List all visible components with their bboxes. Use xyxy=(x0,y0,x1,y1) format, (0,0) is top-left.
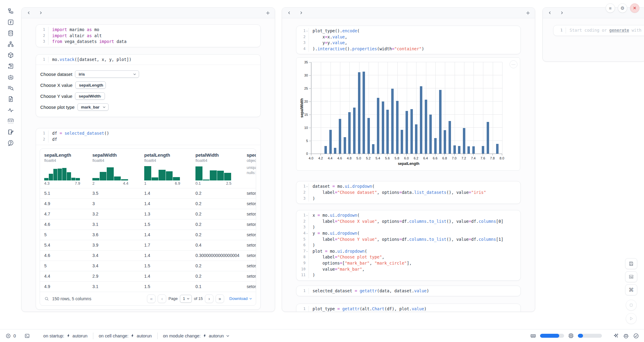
chart-bar[interactable] xyxy=(463,128,465,154)
table-row[interactable]: 53.41.50.2setosa xyxy=(40,261,256,271)
chart-plot-area[interactable] xyxy=(311,62,502,154)
chart-bar[interactable] xyxy=(372,144,374,154)
help-icon[interactable] xyxy=(7,140,14,146)
chart-bar[interactable] xyxy=(348,112,351,154)
next-page-button[interactable]: › xyxy=(205,294,213,303)
chart-bar[interactable] xyxy=(363,72,365,154)
chart-bar[interactable] xyxy=(382,102,384,154)
stop-button[interactable] xyxy=(626,300,637,311)
scratchpad-cell[interactable]: 1 Start coding or generate with xyxy=(553,25,644,36)
code-line[interactable]: 1plot_type().encode( xyxy=(296,28,521,34)
chart-bar[interactable] xyxy=(410,109,413,154)
settings-gear-icon[interactable]: ⚙ xyxy=(618,3,627,13)
chart-bar[interactable] xyxy=(391,89,394,154)
save-button[interactable] xyxy=(625,258,637,269)
document-icon[interactable] xyxy=(7,96,14,102)
generate-link[interactable]: generate xyxy=(609,28,629,33)
table-row[interactable]: 5.13.51.40.2setosa xyxy=(40,188,256,198)
chevron-right-icon[interactable] xyxy=(39,11,43,15)
code-line[interactable]: 1selected_dataset = getattr(data, datase… xyxy=(296,288,521,294)
chart-bar[interactable] xyxy=(406,111,408,154)
first-page-button[interactable]: « xyxy=(147,294,156,303)
chart-options-icon[interactable]: ⋯ xyxy=(510,60,517,68)
chart-bar[interactable] xyxy=(482,146,484,154)
chart-bar[interactable] xyxy=(439,90,442,154)
dropdown-select[interactable]: sepalWidth xyxy=(75,92,105,100)
keyboard-shortcuts-button[interactable]: ⌘ xyxy=(625,284,637,295)
code-line[interactable]: 1plot_type = getattr(alt.Chart(df), plot… xyxy=(296,306,521,312)
code-line[interactable]: 3) xyxy=(296,224,521,230)
chart-bar[interactable] xyxy=(339,119,341,154)
code-line[interactable]: 1x = mo.ui.dropdown( xyxy=(296,212,521,219)
code-line[interactable]: 4y = mo.ui.dropdown( xyxy=(296,230,521,237)
code-line[interactable]: 5 label="Choose Y value", options=df.col… xyxy=(296,237,521,243)
chart-bar[interactable] xyxy=(458,146,460,154)
code-line[interactable]: 8 label="Choose plot type", xyxy=(296,254,521,260)
chart-bar[interactable] xyxy=(434,138,437,154)
search-list-icon[interactable] xyxy=(7,85,14,91)
chart-bar[interactable] xyxy=(367,118,370,154)
code-line[interactable]: 3from vega_datasets import data xyxy=(36,39,260,45)
code-line[interactable]: 11) xyxy=(296,272,521,278)
run-button[interactable] xyxy=(626,313,637,324)
scratchpad-placeholder[interactable]: Start coding or generate with xyxy=(566,27,642,34)
notebook-edit-icon[interactable] xyxy=(7,129,14,135)
file-tree-icon[interactable] xyxy=(7,8,14,15)
code-line[interactable]: 7plot = mo.ui.dropdown( xyxy=(296,248,521,255)
add-cell-icon[interactable] xyxy=(266,11,270,15)
table-row[interactable]: 4.931.40.2setosa xyxy=(40,198,256,209)
column-header[interactable]: speciesobjectuniquenulls: xyxy=(247,152,256,186)
table-row[interactable]: 4.63.11.50.2setosa xyxy=(40,219,256,230)
code-line[interactable]: 2 label="Choose X value", options=df.col… xyxy=(296,219,521,225)
cell-plot-type[interactable]: 1plot_type = getattr(alt.Chart(df), plot… xyxy=(296,304,521,312)
chevron-left-icon[interactable] xyxy=(287,11,291,15)
chart-bar[interactable] xyxy=(453,145,456,154)
function-icon[interactable] xyxy=(7,19,14,26)
chart-bar[interactable] xyxy=(487,122,489,154)
terminal-icon[interactable] xyxy=(24,333,30,339)
code-line[interactable]: 4).interactive().properties(width="conta… xyxy=(296,46,521,52)
chat-bot-icon[interactable] xyxy=(7,74,14,80)
database-icon[interactable] xyxy=(7,30,14,37)
column-header[interactable]: petalWidthfloat640.12.5 xyxy=(195,152,247,186)
ai-sparkles-icon[interactable] xyxy=(613,333,619,339)
prev-page-button[interactable]: ‹ xyxy=(158,294,166,303)
chart-bar[interactable] xyxy=(449,121,451,154)
code-line[interactable]: 2 x=x.value, xyxy=(296,34,521,40)
cell-plot[interactable]: 1plot_type().encode(2 x=x.value,3 y=y.va… xyxy=(296,26,521,54)
column-header[interactable]: sepalWidthfloat6424.4 xyxy=(92,152,144,186)
code-line[interactable]: 6) xyxy=(296,242,521,248)
code-line[interactable]: 1import marimo as mo xyxy=(36,27,260,33)
add-cell-icon[interactable] xyxy=(526,11,530,15)
package-icon[interactable] xyxy=(7,52,14,59)
table-row[interactable]: 53.61.40.2setosa xyxy=(40,230,256,240)
altair-chart[interactable]: 4.04.24.44.64.85.05.25.45.65.86.06.26.46… xyxy=(296,57,520,171)
search-icon[interactable] xyxy=(44,296,49,301)
script-icon[interactable] xyxy=(7,63,14,69)
code-line[interactable]: 1df = selected_dataset() xyxy=(36,130,260,137)
assistant-robot-icon[interactable] xyxy=(623,333,629,339)
chart-bar[interactable] xyxy=(467,146,470,154)
chart-bar[interactable] xyxy=(386,110,389,154)
cell-xy-dropdowns[interactable]: 1x = mo.ui.dropdown(2 label="Choose X va… xyxy=(296,210,521,281)
menu-icon[interactable]: ≡ xyxy=(606,3,615,13)
chart-bar[interactable] xyxy=(496,144,499,154)
chart-bar[interactable] xyxy=(420,86,422,154)
chart-bar[interactable] xyxy=(425,100,427,154)
chart-bar[interactable] xyxy=(429,115,432,154)
activity-icon[interactable] xyxy=(7,107,14,113)
cell-selected-dataset[interactable]: 1selected_dataset = getattr(data, datase… xyxy=(296,286,521,297)
autorun-mode-toggle[interactable]: on startup:autorun xyxy=(43,333,88,338)
chart-bar[interactable] xyxy=(401,130,403,154)
column-header[interactable]: petalLengthfloat6416.9 xyxy=(144,152,195,186)
cell-vstack[interactable]: 1mo.vstack([dataset, x, y, plot]) Choose… xyxy=(36,54,261,117)
code-line[interactable]: 1dataset = mo.ui.dropdown( xyxy=(296,183,521,190)
connection-status-icon[interactable] xyxy=(633,333,639,339)
chart-bar[interactable] xyxy=(415,124,417,154)
dropdown-select[interactable]: sepalLength xyxy=(75,81,106,89)
chevron-left-icon[interactable] xyxy=(27,11,31,15)
chevron-right-icon[interactable] xyxy=(560,11,564,15)
chart-bar[interactable] xyxy=(377,98,379,154)
table-row[interactable]: 4.42.91.40.2setosa xyxy=(40,271,256,281)
chart-bar[interactable] xyxy=(472,146,475,154)
